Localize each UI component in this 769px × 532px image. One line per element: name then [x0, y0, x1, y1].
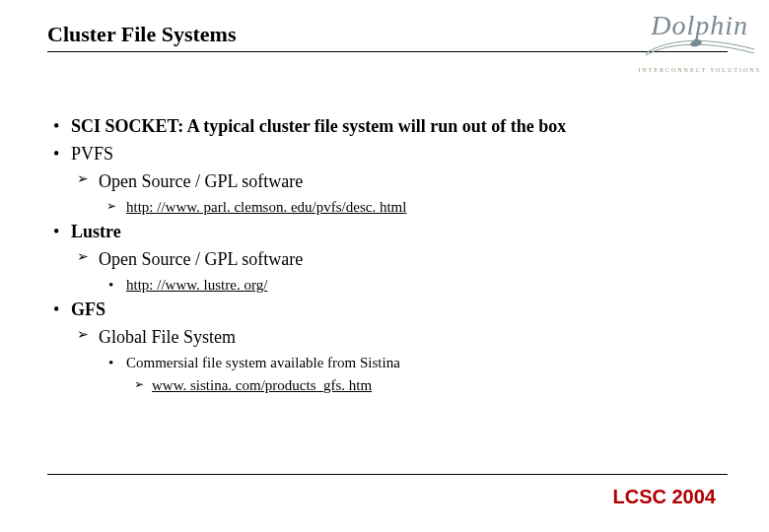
- slide: Cluster File Systems Dolphin INTERCONNEC…: [0, 0, 769, 532]
- pvfs-label: PVFS: [71, 144, 113, 164]
- gfs-desc-text: Global File System: [99, 327, 236, 347]
- bullet-gfs: GFS Global File System Commersial file s…: [47, 297, 730, 397]
- lustre-link-item: http: //www. lustre. org/: [99, 274, 730, 297]
- lustre-open-source-text: Open Source / GPL software: [99, 249, 303, 269]
- gfs-commercial: Commersial file system available from Si…: [99, 352, 730, 398]
- logo-tagline: INTERCONNECT SOLUTIONS: [638, 67, 761, 73]
- lustre-open-source: Open Source / GPL software http: //www. …: [71, 246, 730, 297]
- footer-event: LCSC 2004: [613, 486, 717, 508]
- pvfs-open-source-text: Open Source / GPL software: [99, 171, 303, 191]
- bullet-list: SCI SOCKET: A typical cluster file syste…: [47, 113, 730, 397]
- pvfs-open-source: Open Source / GPL software http: //www. …: [71, 168, 730, 219]
- page-title: Cluster File Systems: [47, 22, 236, 49]
- footer-divider: [47, 474, 728, 475]
- gfs-desc: Global File System Commersial file syste…: [71, 324, 730, 397]
- header: Cluster File Systems: [47, 22, 730, 49]
- header-divider: [47, 51, 728, 52]
- lustre-label: Lustre: [71, 222, 121, 241]
- bullet-pvfs: PVFS Open Source / GPL software http: //…: [47, 141, 730, 219]
- bullet-sci-socket: SCI SOCKET: A typical cluster file syste…: [47, 113, 730, 141]
- gfs-label: GFS: [71, 299, 105, 319]
- gfs-commercial-text: Commersial file system available from Si…: [126, 355, 400, 370]
- content: SCI SOCKET: A typical cluster file syste…: [47, 113, 730, 397]
- pvfs-link[interactable]: http: //www. parl. clemson. edu/pvfs/des…: [126, 199, 406, 215]
- bullet-lustre: Lustre Open Source / GPL software http: …: [47, 219, 730, 297]
- pvfs-link-item: http: //www. parl. clemson. edu/pvfs/des…: [99, 196, 730, 219]
- gfs-link[interactable]: www. sistina. com/products_gfs. htm: [152, 377, 372, 393]
- lustre-link[interactable]: http: //www. lustre. org/: [126, 277, 267, 293]
- sci-socket-text: SCI SOCKET: A typical cluster file syste…: [71, 116, 566, 136]
- gfs-link-item: www. sistina. com/products_gfs. htm: [126, 374, 730, 397]
